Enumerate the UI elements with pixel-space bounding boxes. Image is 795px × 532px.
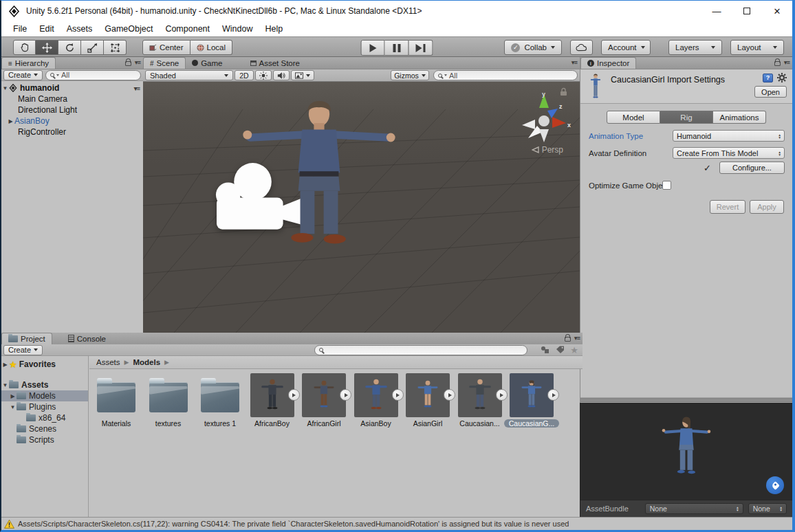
menu-component[interactable]: Component [159, 24, 216, 34]
asset-item-textures-1[interactable]: textures 1 [198, 373, 242, 428]
lighting-toggle-button[interactable] [255, 70, 272, 80]
search-by-type-icon[interactable] [541, 346, 550, 354]
menu-edit[interactable]: Edit [33, 24, 61, 34]
avatar-definition-dropdown[interactable]: Create From This Model ▴▾ [673, 147, 785, 159]
animation-type-dropdown[interactable]: Humanoid ▴▾ [673, 130, 785, 142]
collab-button[interactable]: ✓ Collab [504, 40, 562, 55]
optimize-checkbox[interactable] [662, 181, 671, 190]
lock-icon[interactable] [565, 337, 571, 342]
scene-character[interactable] [241, 100, 398, 248]
status-bar[interactable]: Assets/Scripts/CharacterSkeleton.cs(117,… [1, 517, 792, 530]
scene-search-input[interactable]: All [433, 70, 578, 80]
step-button[interactable] [409, 40, 433, 56]
audio-toggle-button[interactable] [273, 70, 290, 80]
open-button[interactable]: Open [754, 86, 787, 98]
panel-menu-icon[interactable]: ▾≡ [571, 58, 577, 66]
minimize-button[interactable]: — [701, 1, 732, 21]
pivot-toggle-button[interactable]: Center [142, 40, 190, 55]
scene-menu-icon[interactable]: ▾≡ [134, 85, 140, 92]
cloud-button[interactable] [570, 40, 593, 55]
expander-icon[interactable]: ▶ [7, 118, 14, 124]
hierarchy-create-button[interactable]: Create [3, 70, 43, 80]
tab-asset-store[interactable]: Asset Store [244, 57, 306, 69]
expander-icon[interactable]: ▼ [1, 382, 9, 388]
asset-item-asianboy[interactable]: AsianBoy [354, 373, 398, 428]
menu-help[interactable]: Help [259, 24, 289, 34]
tab-rig[interactable]: Rig [660, 111, 713, 124]
scene-viewport[interactable]: y z x Persp [143, 82, 580, 333]
revert-button[interactable]: Revert [710, 200, 745, 214]
expand-subassets-button[interactable] [392, 389, 404, 401]
persp-label[interactable]: Persp [532, 145, 563, 155]
tree-item-plugins[interactable]: ▼ Plugins [1, 401, 88, 412]
tab-project[interactable]: Project [1, 333, 52, 344]
expander-icon[interactable]: ▼ [9, 404, 17, 410]
hierarchy-scene-row[interactable]: ▼ humanoid ▾≡ [1, 82, 143, 93]
gizmos-dropdown[interactable]: Gizmos [391, 70, 429, 80]
expand-subassets-button[interactable] [496, 389, 508, 401]
apply-button[interactable]: Apply [750, 200, 784, 214]
rect-tool-button[interactable] [104, 40, 127, 55]
asset-item-materials[interactable]: Materials [94, 373, 138, 428]
saved-search-star-icon[interactable]: ★ [570, 345, 578, 355]
asset-item-caucasiangirl[interactable]: CaucasianG... [510, 373, 554, 428]
tab-scene[interactable]: # Scene [143, 57, 186, 69]
effects-dropdown-button[interactable] [291, 70, 314, 80]
breadcrumb-models[interactable]: Models [133, 358, 160, 366]
layers-dropdown[interactable]: Layers [668, 40, 722, 55]
tree-item-models[interactable]: ▶ Models [1, 390, 88, 401]
hierarchy-item-main-camera[interactable]: Main Camera [1, 93, 143, 104]
assetbundle-tag-button[interactable] [766, 476, 784, 494]
project-search-input[interactable] [314, 345, 527, 355]
lock-icon[interactable] [774, 61, 781, 66]
account-dropdown[interactable]: Account [601, 40, 651, 55]
close-button[interactable]: ✕ [762, 1, 792, 21]
gear-icon[interactable] [777, 73, 787, 82]
2d-toggle-button[interactable]: 2D [235, 70, 254, 80]
pause-button[interactable] [385, 40, 409, 56]
shading-mode-dropdown[interactable]: Shaded [145, 70, 233, 80]
hierarchy-item-rigcontroller[interactable]: RigController [1, 126, 143, 137]
play-button[interactable] [361, 40, 385, 56]
orientation-gizmo[interactable]: y z x [516, 90, 571, 145]
rotate-tool-button[interactable] [58, 40, 81, 55]
assetbundle-name-dropdown[interactable]: None ▴▾ [645, 503, 743, 514]
hierarchy-item-directional-light[interactable]: Directional Light [1, 104, 143, 115]
tab-hierarchy[interactable]: ≡ Hierarchy [1, 57, 56, 69]
tree-item-favorites[interactable]: ▶ ★ Favorites [1, 359, 88, 370]
move-tool-button[interactable] [36, 40, 58, 55]
title-bar[interactable]: Unity 5.6.2f1 Personal (64bit) - humanoi… [1, 1, 792, 21]
tree-item-assets[interactable]: ▼ Assets [1, 379, 88, 390]
menu-file[interactable]: File [7, 24, 33, 34]
expand-subassets-button[interactable] [340, 389, 351, 401]
scale-tool-button[interactable] [81, 40, 104, 55]
menu-assets[interactable]: Assets [61, 24, 99, 34]
expand-subassets-button[interactable] [547, 389, 559, 401]
asset-item-caucasianboy[interactable]: Caucasian... [458, 373, 502, 428]
tree-item-scenes[interactable]: Scenes [1, 423, 88, 434]
expander-icon[interactable]: ▼ [1, 85, 9, 91]
asset-item-africangirl[interactable]: AfricanGirl [302, 373, 346, 428]
breadcrumb-assets[interactable]: Assets [96, 358, 120, 366]
preview-splitter[interactable] [580, 397, 792, 403]
search-by-label-icon[interactable] [556, 346, 565, 354]
help-icon[interactable]: ? [763, 74, 773, 82]
asset-item-textures[interactable]: textures [146, 373, 190, 428]
expand-subassets-button[interactable] [288, 389, 300, 401]
layout-dropdown[interactable]: Layout [730, 40, 784, 55]
lock-icon[interactable] [125, 61, 131, 66]
hierarchy-search-input[interactable]: All [45, 70, 141, 80]
expand-subassets-button[interactable] [444, 389, 455, 401]
tab-console[interactable]: Console [62, 333, 112, 344]
tab-animations[interactable]: Animations [713, 111, 766, 124]
tree-item-scripts[interactable]: Scripts [1, 434, 88, 445]
asset-item-africanboy[interactable]: AfricanBoy [250, 373, 294, 428]
preview-pane[interactable] [580, 403, 792, 500]
maximize-button[interactable] [732, 1, 762, 21]
project-create-button[interactable]: Create [3, 345, 43, 355]
panel-menu-icon[interactable]: ▾≡ [574, 334, 580, 342]
tab-inspector[interactable]: i Inspector [580, 57, 636, 69]
menu-window[interactable]: Window [216, 24, 259, 34]
tab-model[interactable]: Model [607, 111, 660, 124]
configure-button[interactable]: Configure... [719, 162, 785, 174]
